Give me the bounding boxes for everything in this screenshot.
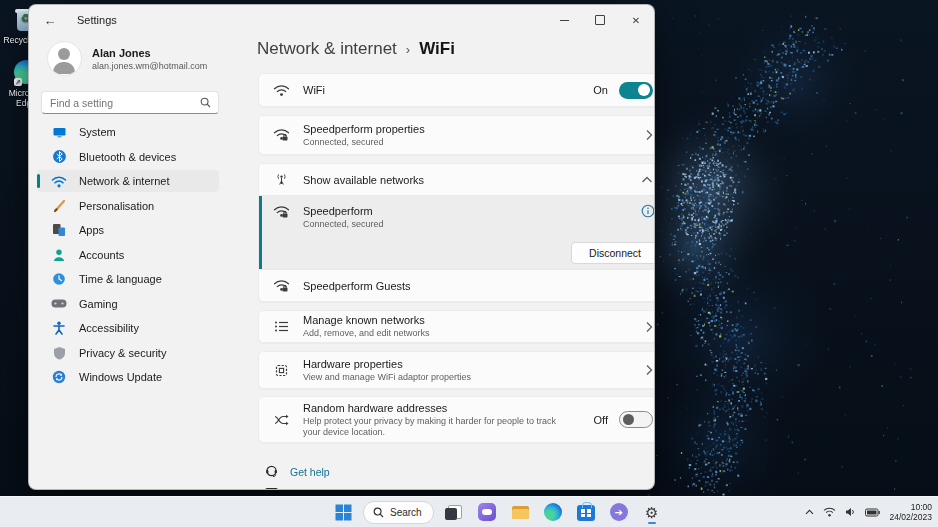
sidebar-item-accounts[interactable]: Accounts (37, 244, 219, 266)
wifi-toggle[interactable] (619, 82, 653, 99)
sidebar-item-personalisation[interactable]: Personalisation (37, 195, 219, 217)
sidebar-item-apps[interactable]: Apps (37, 219, 219, 241)
system-icon (51, 124, 67, 140)
titlebar: ← Settings ✕ (29, 5, 654, 35)
taskbar: Search ➔ ⚙ 10:00 24/02/2023 (0, 496, 938, 527)
settings-search-box[interactable] (41, 91, 219, 114)
close-icon: ✕ (632, 15, 640, 26)
row-title: Show available networks (303, 174, 641, 186)
wifi-icon (272, 84, 291, 97)
manage-known-networks-row[interactable]: Manage known networks Add, remove, and e… (258, 310, 655, 343)
tray-volume-icon[interactable] (845, 507, 856, 517)
window-title: Settings (77, 14, 117, 26)
brush-icon (51, 198, 67, 214)
update-icon (51, 369, 67, 385)
random-hardware-toggle[interactable] (619, 411, 653, 428)
profile-block[interactable]: Alan Jones alan.jones.wm@hotmail.com (47, 41, 207, 76)
row-title: Manage known networks (303, 314, 645, 326)
profile-name: Alan Jones (92, 47, 207, 59)
sidebar-item-system[interactable]: System (37, 121, 219, 143)
maximize-button[interactable] (582, 5, 618, 35)
sidebar-item-gaming[interactable]: Gaming (37, 293, 219, 315)
row-title: Speedperform properties (303, 123, 645, 135)
chevron-right-icon (645, 364, 653, 376)
sidebar-item-privacy-security[interactable]: Privacy & security (37, 342, 219, 364)
row-title: Hardware properties (303, 358, 645, 370)
breadcrumb-parent[interactable]: Network & internet (257, 39, 397, 59)
row-subtitle: Help protect your privacy by making it h… (303, 416, 564, 438)
sidebar-item-accessibility[interactable]: Accessibility (37, 317, 219, 339)
random-hardware-addresses-row: Random hardware addresses Help protect y… (258, 396, 655, 443)
desktop-screen: { "window": { "title": "Settings" }, "pr… (0, 0, 938, 527)
task-view-button[interactable] (441, 499, 467, 525)
chevron-up-icon (641, 176, 653, 184)
chevron-right-icon (645, 321, 653, 333)
tray-chevron-up-icon[interactable] (805, 509, 814, 515)
tray-time: 10:00 (889, 502, 932, 513)
info-icon[interactable] (641, 204, 655, 218)
show-available-networks-header[interactable]: Show available networks (259, 164, 655, 195)
avatar (47, 41, 82, 76)
tray-wifi-icon[interactable] (823, 507, 836, 517)
row-title: Random hardware addresses (303, 402, 564, 414)
chat-button[interactable] (474, 499, 500, 525)
minimize-button[interactable] (546, 5, 582, 35)
hardware-properties-row[interactable]: Hardware properties View and manage WiFi… (258, 351, 655, 389)
clock-icon (51, 271, 67, 287)
sidebar-item-time-language[interactable]: Time & language (37, 268, 219, 290)
settings-taskbar-button[interactable]: ⚙ (639, 499, 665, 525)
back-button[interactable]: ← (35, 7, 65, 33)
page-title: WiFi (419, 39, 455, 59)
shuffle-icon (272, 414, 291, 426)
wifi-toggle-row: WiFi On (258, 73, 655, 107)
give-feedback-link-row[interactable]: Give feedback (258, 487, 655, 490)
row-subtitle: Add, remove, and edit networks (303, 328, 645, 339)
breadcrumb: Network & internet › WiFi (257, 39, 455, 59)
loop-app-button[interactable]: ➔ (606, 499, 632, 525)
network-item[interactable]: Speedperform Guests (259, 270, 655, 301)
start-button[interactable] (330, 499, 356, 525)
minimize-icon (560, 20, 569, 21)
wifi-icon (51, 173, 67, 189)
taskbar-search[interactable]: Search (363, 501, 434, 524)
sidebar-nav: System Bluetooth & devices Network & int… (37, 121, 219, 391)
microsoft-store-button[interactable] (573, 499, 599, 525)
tray-clock[interactable]: 10:00 24/02/2023 (889, 502, 932, 523)
antenna-icon (272, 172, 291, 187)
taskbar-search-label: Search (390, 507, 422, 518)
row-title: WiFi (303, 84, 593, 96)
close-button[interactable]: ✕ (618, 5, 654, 35)
apps-icon (51, 222, 67, 238)
network-name: Speedperform Guests (303, 280, 653, 292)
settings-window: ← Settings ✕ Alan Jones alan.jones.wm@ho… (28, 4, 655, 490)
settings-content: Network & internet › WiFi WiFi On Speedp… (227, 35, 654, 489)
tray-battery-icon[interactable] (865, 508, 880, 517)
search-icon (200, 97, 211, 108)
windows-logo-icon (335, 504, 352, 521)
row-subtitle: View and manage WiFi adaptor properties (303, 372, 645, 383)
maximize-icon (595, 15, 605, 25)
chat-icon (478, 503, 496, 521)
help-links: Get help Give feedback (258, 465, 655, 490)
file-explorer-button[interactable] (507, 499, 533, 525)
breadcrumb-separator-icon: › (406, 42, 410, 57)
toggle-state-label: On (593, 84, 608, 96)
speedperform-properties-row[interactable]: Speedperform properties Connected, secur… (258, 115, 655, 155)
edge-button[interactable] (540, 499, 566, 525)
sidebar-item-bluetooth[interactable]: Bluetooth & devices (37, 146, 219, 168)
tray-date: 24/02/2023 (889, 512, 932, 523)
accounts-icon (51, 247, 67, 263)
search-icon (373, 507, 384, 518)
sidebar-item-windows-update[interactable]: Windows Update (37, 366, 219, 388)
gamepad-icon (51, 296, 67, 312)
disconnect-button[interactable]: Disconnect (571, 242, 655, 264)
get-help-link-row[interactable]: Get help (258, 465, 655, 478)
give-feedback-link[interactable]: Give feedback (290, 487, 357, 490)
network-name: Speedperform (303, 205, 653, 217)
search-input[interactable] (42, 97, 200, 109)
list-icon (272, 320, 291, 333)
sidebar-item-network-internet[interactable]: Network & internet (37, 170, 219, 192)
network-item-connected[interactable]: Speedperform Connected, secured Disconne… (259, 196, 655, 269)
get-help-link[interactable]: Get help (290, 466, 330, 478)
wifi-secured-icon (272, 205, 291, 219)
